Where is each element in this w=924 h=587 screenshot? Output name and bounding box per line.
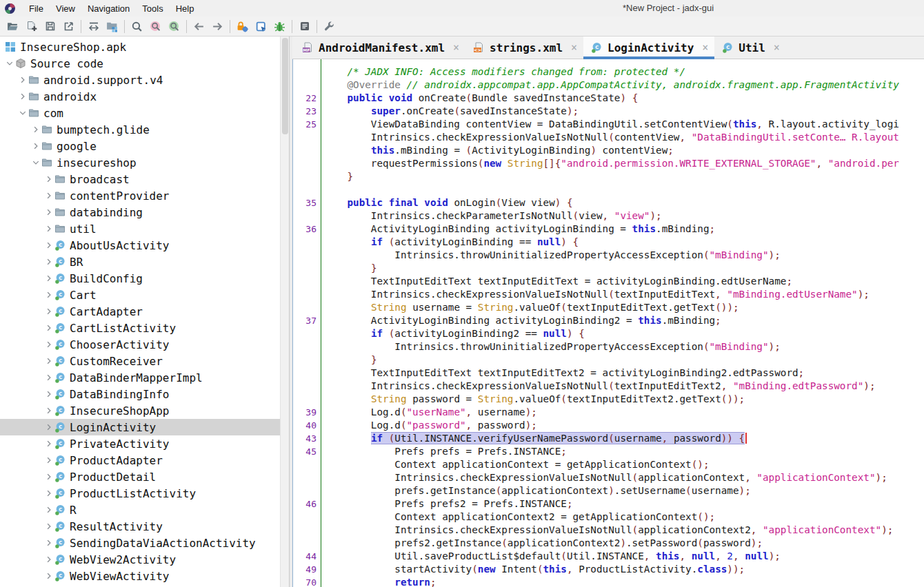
tree-expand-arrow-icon[interactable] (43, 273, 54, 284)
tree-item-resultactivity[interactable]: cResultActivity (0, 518, 280, 535)
class-search-button[interactable] (165, 18, 183, 35)
menu-navigation[interactable]: Navigation (81, 1, 136, 16)
tree-expand-arrow-icon[interactable] (43, 223, 54, 234)
menu-file[interactable]: File (23, 1, 50, 16)
tree-item-productdetail[interactable]: cProductDetail (0, 468, 280, 485)
tree-collapse-arrow-icon[interactable] (4, 58, 14, 69)
tree-collapse-arrow-icon[interactable] (30, 157, 41, 168)
tree-item-com[interactable]: com (0, 105, 280, 121)
tree-item-databindinginfo[interactable]: cDataBindingInfo (0, 386, 280, 402)
export-button[interactable] (59, 18, 78, 35)
tree-item-databinding[interactable]: databinding (0, 204, 280, 220)
tree-expand-arrow-icon[interactable] (43, 356, 54, 367)
save-all-button[interactable] (41, 18, 59, 35)
tree-item-databindermapperimpl[interactable]: cDataBinderMapperImpl (0, 369, 280, 386)
tree-item-source-code[interactable]: Source code (0, 55, 280, 72)
tree-expand-arrow-icon[interactable] (43, 372, 54, 383)
tree-item-util[interactable]: util (0, 220, 280, 237)
tab-close-icon[interactable]: × (453, 43, 459, 53)
deobfuscation-button[interactable] (233, 18, 252, 35)
tree-expand-arrow-icon[interactable] (43, 289, 54, 300)
tree-expand-arrow-icon[interactable] (43, 537, 54, 548)
tree-item-webview2activity[interactable]: cWebView2Activity (0, 551, 280, 568)
log-viewer-button[interactable] (295, 18, 314, 35)
tree-item-chooseractivity[interactable]: cChooserActivity (0, 336, 280, 353)
tree-expand-arrow-icon[interactable] (43, 438, 54, 449)
tree-item-webviewactivity[interactable]: cWebViewActivity (0, 568, 280, 584)
tree-expand-arrow-icon[interactable] (43, 521, 54, 532)
tree-item-cartadapter[interactable]: cCartAdapter (0, 303, 280, 320)
tree-expand-arrow-icon[interactable] (43, 488, 54, 499)
flatten-packages-button[interactable] (103, 18, 121, 35)
tree-item-insecureshop-apk[interactable]: InsecureShop.apk (0, 39, 280, 55)
menu-view[interactable]: View (50, 1, 81, 16)
tab-close-icon[interactable]: × (774, 43, 780, 53)
add-files-button[interactable] (22, 18, 41, 35)
tree-item-bumptech-glide[interactable]: bumptech.glide (0, 121, 280, 138)
tree-collapse-arrow-icon[interactable] (17, 107, 28, 119)
tree-item-privateactivity[interactable]: cPrivateActivity (0, 435, 280, 452)
tab-close-icon[interactable]: × (702, 43, 708, 53)
tree-expand-arrow-icon[interactable] (43, 322, 54, 333)
tree-item-android-support-v4[interactable]: android.support.v4 (0, 72, 280, 88)
project-tree[interactable]: InsecureShop.apkSource codeandroid.suppo… (0, 37, 280, 587)
tree-expand-arrow-icon[interactable] (43, 389, 54, 400)
tree-item-buildconfig[interactable]: cBuildConfig (0, 270, 280, 287)
bug-button[interactable] (270, 18, 289, 35)
tree-item-loginactivity[interactable]: cLoginActivity (0, 419, 280, 435)
tree-expand-arrow-icon[interactable] (43, 207, 54, 218)
tree-expand-arrow-icon[interactable] (17, 74, 28, 85)
tab-close-icon[interactable]: × (571, 43, 577, 53)
tree-expand-arrow-icon[interactable] (43, 174, 54, 185)
tree-item-androidx[interactable]: androidx (0, 88, 280, 105)
tree-scrollbar[interactable] (280, 37, 289, 587)
tree-expand-arrow-icon[interactable] (43, 570, 54, 581)
back-button[interactable] (190, 18, 208, 35)
menu-tools[interactable]: Tools (136, 1, 169, 16)
code-pane[interactable]: /* JADX INFO: Access modifiers changed f… (321, 59, 924, 587)
tree-item-cart[interactable]: cCart (0, 287, 280, 303)
tree-expand-arrow-icon[interactable] (43, 504, 54, 515)
tree-item-br[interactable]: cBR (0, 254, 280, 270)
tree-item-aboutusactivity[interactable]: cAboutUsActivity (0, 237, 280, 254)
tree-expand-arrow-icon[interactable] (43, 422, 54, 433)
tree-expand-arrow-icon[interactable] (30, 124, 41, 135)
preview-button[interactable] (252, 18, 270, 35)
tree-expand-arrow-icon[interactable] (17, 91, 28, 102)
tab-util[interactable]: cUtil× (714, 37, 786, 59)
tree-expand-arrow-icon[interactable] (43, 306, 54, 317)
tree-expand-arrow-icon[interactable] (43, 339, 54, 350)
forward-button[interactable] (208, 18, 227, 35)
tree-item-google[interactable]: google (0, 138, 280, 154)
tree-expand-arrow-icon[interactable] (43, 455, 54, 466)
tree-item-sendingdataviaactionactivity[interactable]: cSendingDataViaActionActivity (0, 535, 280, 551)
tab-androidmanifest-xml[interactable]: MFAndroidManifest.xml× (294, 37, 465, 59)
tree-expand-arrow-icon[interactable] (43, 554, 54, 565)
tree-expand-arrow-icon[interactable] (30, 141, 41, 152)
tree-expand-arrow-icon[interactable] (43, 405, 54, 416)
java-class-icon: c (54, 322, 66, 333)
tree-item-r[interactable]: cR (0, 502, 280, 518)
open-file-button[interactable] (3, 18, 22, 35)
tree-item-broadcast[interactable]: broadcast (0, 171, 280, 187)
tree-item-insecureshop[interactable]: insecureshop (0, 154, 280, 171)
tree-item-kotlin[interactable]: kotlin (0, 584, 280, 587)
tree-item-cartlistactivity[interactable]: cCartListActivity (0, 320, 280, 336)
preferences-button[interactable] (320, 18, 339, 35)
tree-scrollbar-thumb[interactable] (282, 38, 288, 134)
tree-item-insecureshopapp[interactable]: cInsecureShopApp (0, 402, 280, 419)
tree-item-productadapter[interactable]: cProductAdapter (0, 452, 280, 468)
reload-button[interactable] (84, 18, 103, 35)
text-search-button[interactable] (146, 18, 165, 35)
tree-item-customreceiver[interactable]: cCustomReceiver (0, 353, 280, 369)
tab-strings-xml[interactable]: <>strings.xml× (465, 37, 583, 59)
tree-expand-arrow-icon[interactable] (43, 240, 54, 251)
tree-expand-arrow-icon[interactable] (43, 256, 54, 267)
menu-help[interactable]: Help (170, 1, 201, 16)
search-button[interactable] (128, 18, 146, 35)
tree-expand-arrow-icon[interactable] (43, 471, 54, 482)
tree-item-productlistactivity[interactable]: cProductListActivity (0, 485, 280, 502)
tree-item-contentprovider[interactable]: contentProvider (0, 187, 280, 204)
tree-expand-arrow-icon[interactable] (43, 190, 54, 201)
tab-loginactivity[interactable]: cLoginActivity× (583, 37, 714, 59)
